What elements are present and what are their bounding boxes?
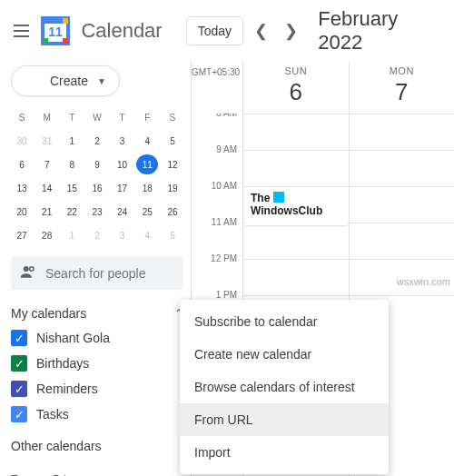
time-slot[interactable] [243, 150, 349, 186]
time-slot[interactable] [350, 150, 455, 186]
checkbox-icon[interactable]: ✓ [11, 381, 27, 397]
today-button[interactable]: Today [186, 16, 243, 45]
sidebar: ＋ Create ▼ SMTWTFS 303112345678910111213… [0, 62, 191, 476]
mini-day[interactable]: 4 [136, 225, 158, 245]
event-color-icon [273, 192, 284, 203]
mini-day[interactable]: 18 [136, 178, 158, 198]
menu-item[interactable]: Browse calendars of interest [180, 371, 389, 403]
mini-day[interactable]: 3 [112, 225, 133, 245]
svg-rect-4 [63, 18, 68, 24]
mini-day[interactable]: 15 [61, 178, 83, 198]
checkbox-icon[interactable]: ✓ [11, 406, 27, 422]
time-slot[interactable] [350, 223, 455, 259]
mini-day[interactable]: 8 [61, 154, 83, 174]
menu-item[interactable]: Create new calendar [180, 338, 389, 371]
mini-day[interactable]: 24 [112, 202, 133, 222]
time-slot[interactable] [350, 186, 455, 223]
calendar-list-item[interactable]: ✓Birthdays [11, 355, 183, 372]
hour-label: 8 AM [192, 114, 242, 144]
prev-arrow-icon[interactable]: ❮ [251, 21, 271, 41]
mini-day[interactable]: 5 [162, 131, 183, 151]
mini-day[interactable]: 4 [136, 131, 158, 151]
mini-day[interactable]: 21 [36, 202, 58, 222]
hamburger-icon[interactable] [11, 20, 32, 42]
mini-day[interactable]: 14 [36, 178, 58, 198]
menu-item[interactable]: Import [180, 436, 389, 469]
mini-day[interactable]: 23 [86, 202, 108, 222]
calendar-logo[interactable]: 11 [39, 15, 72, 47]
mini-dow: F [136, 107, 158, 127]
calendar-event[interactable]: The WindowsClub [245, 188, 347, 226]
day-column-header[interactable]: SUN 6 [242, 62, 349, 114]
mini-day[interactable]: 10 [112, 154, 133, 174]
mini-day[interactable]: 22 [61, 202, 83, 222]
svg-rect-3 [43, 38, 48, 44]
create-button[interactable]: ＋ Create ▼ [11, 65, 120, 96]
mini-dow: M [36, 107, 58, 127]
search-input[interactable] [45, 266, 174, 281]
my-calendars-header[interactable]: My calendars ⌃ [11, 306, 183, 321]
mini-day[interactable]: 3 [112, 131, 133, 151]
time-slot[interactable] [243, 223, 349, 259]
mini-dow: S [11, 107, 33, 127]
next-arrow-icon[interactable]: ❯ [281, 21, 301, 41]
chevron-down-icon: ▼ [97, 76, 106, 86]
mini-day[interactable]: 31 [36, 131, 58, 151]
svg-rect-2 [63, 38, 68, 44]
app-header: 11 Calendar Today ❮ ❯ February 2022 [0, 0, 454, 62]
checkbox-icon[interactable]: ✓ [11, 355, 27, 372]
day-column-header[interactable]: MON 7 [349, 62, 455, 114]
mini-calendar[interactable]: SMTWTFS 30311234567891011121314151617181… [11, 105, 183, 247]
mini-day[interactable]: 25 [136, 202, 158, 222]
mini-day[interactable]: 2 [86, 131, 108, 151]
mini-day[interactable]: 11 [136, 154, 158, 174]
mini-day[interactable]: 12 [162, 154, 183, 174]
calendar-list-item[interactable]: ✓Reminders [11, 381, 183, 397]
hour-label: 12 PM [192, 253, 242, 290]
mini-dow: T [61, 107, 83, 127]
mini-day[interactable]: 9 [86, 154, 108, 174]
hour-label: 9 AM [192, 144, 242, 181]
mini-dow: T [112, 107, 133, 127]
menu-item[interactable]: From URL [180, 403, 389, 436]
watermark: wsxwin.com [397, 276, 450, 287]
mini-dow: S [162, 107, 183, 127]
calendar-label: Nishant Gola [36, 331, 110, 345]
calendar-label: Birthdays [36, 356, 89, 371]
calendar-list-item[interactable]: ✓Tasks [11, 406, 183, 422]
mini-day[interactable]: 13 [11, 178, 33, 198]
mini-day[interactable]: 2 [86, 225, 108, 245]
svg-text:11: 11 [49, 25, 64, 39]
app-name: Calendar [81, 19, 162, 43]
mini-day[interactable]: 6 [11, 154, 33, 174]
other-calendars-header[interactable]: Other calendars [11, 439, 183, 453]
mini-day[interactable]: 17 [112, 178, 133, 198]
add-calendar-menu: Subscribe to calendarCreate new calendar… [180, 300, 389, 474]
hour-label: 10 AM [192, 181, 242, 217]
mini-day[interactable]: 16 [86, 178, 108, 198]
mini-day[interactable]: 26 [162, 202, 183, 222]
time-slot[interactable] [243, 114, 349, 150]
mini-day[interactable]: 5 [162, 225, 183, 245]
mini-day[interactable]: 27 [11, 225, 33, 245]
checkbox-icon[interactable]: ✓ [11, 330, 27, 346]
mini-day[interactable]: 1 [61, 225, 83, 245]
time-slot[interactable] [243, 259, 349, 295]
calendar-list-item[interactable]: ✓Nishant Gola [11, 330, 183, 346]
people-icon [20, 263, 36, 283]
mini-day[interactable]: 28 [36, 225, 58, 245]
mini-day[interactable]: 1 [61, 131, 83, 151]
mini-dow: W [86, 107, 108, 127]
hour-label: 11 AM [192, 217, 242, 253]
search-people[interactable] [11, 256, 183, 290]
create-label: Create [50, 74, 88, 88]
mini-day[interactable]: 7 [36, 154, 58, 174]
time-slot[interactable] [350, 114, 455, 150]
mini-day[interactable]: 20 [11, 202, 33, 222]
mini-day[interactable]: 19 [162, 178, 183, 198]
timezone-label: GMT+05:30 [192, 62, 242, 114]
mini-day[interactable]: 30 [11, 131, 33, 151]
svg-point-7 [30, 267, 35, 272]
menu-item[interactable]: Subscribe to calendar [180, 305, 389, 338]
calendar-label: Reminders [36, 382, 98, 396]
